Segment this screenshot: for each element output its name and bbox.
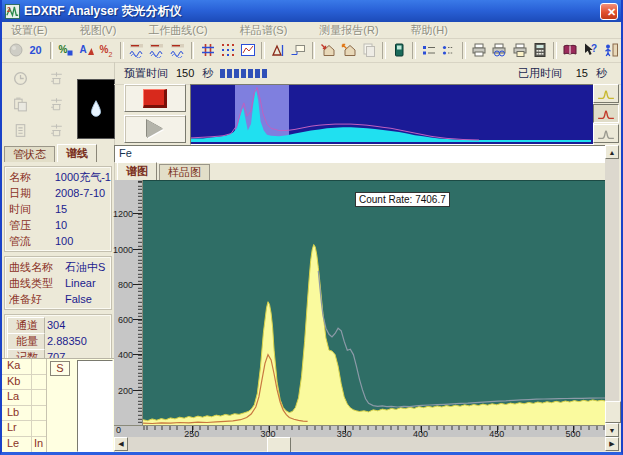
- line-label: La: [2, 390, 32, 405]
- red-peak-icon: [596, 107, 616, 121]
- panel-btn-tube-3[interactable]: [45, 120, 67, 141]
- option-list-button[interactable]: [440, 40, 458, 61]
- line-sub-label: [32, 375, 46, 390]
- help-contents-button[interactable]: [561, 40, 579, 61]
- measure-start-button[interactable]: [7, 40, 25, 61]
- info-row: 管压10: [5, 217, 111, 233]
- scale-auto-button[interactable]: [593, 124, 619, 143]
- horizontal-scrollbar[interactable]: ◀ ▶: [114, 437, 619, 451]
- percent-display-button[interactable]: [57, 40, 75, 61]
- context-help-button[interactable]: [581, 40, 599, 61]
- menu-item-1[interactable]: 设置(E): [2, 23, 57, 38]
- spectrum-new-button[interactable]: [128, 40, 146, 61]
- element-column: S: [47, 359, 77, 453]
- instrument-panel-button[interactable]: [390, 40, 408, 61]
- y-tick: [133, 354, 142, 355]
- plot-area[interactable]: Count Rate: 7406.7: [143, 180, 610, 425]
- scroll-down-button[interactable]: ▼: [605, 423, 619, 437]
- element-listbox[interactable]: [77, 360, 113, 452]
- scroll-left-button[interactable]: ◀: [114, 437, 128, 451]
- toolbar-separator: [382, 42, 386, 59]
- y-tick-label: 200: [118, 386, 133, 396]
- close-button[interactable]: ✕: [600, 3, 618, 20]
- print-icon: [471, 42, 487, 58]
- auto-calibrate-button[interactable]: [78, 40, 96, 61]
- percent-half-button[interactable]: [98, 40, 116, 61]
- info-row: 曲线名称石油中S: [5, 259, 111, 275]
- print-setup-button[interactable]: [511, 40, 529, 61]
- horizontal-scroll-thumb[interactable]: [267, 437, 291, 453]
- transport-row: [114, 84, 621, 145]
- vertical-scroll-thumb[interactable]: [605, 401, 621, 423]
- scroll-right-button[interactable]: ▶: [605, 437, 619, 451]
- info-label: 准备好: [5, 292, 65, 307]
- info-label: 能量: [7, 333, 45, 350]
- element-row[interactable]: LeIn: [2, 437, 46, 453]
- menu-item-6[interactable]: 帮助(H): [402, 23, 457, 38]
- count-rate-label: Count Rate: 7406.7: [355, 192, 450, 207]
- info-value: 100: [55, 235, 73, 247]
- print-preview-button[interactable]: [490, 40, 508, 61]
- chart-window-button[interactable]: [239, 40, 257, 61]
- element-line-field[interactable]: Fe: [114, 145, 614, 163]
- panel-btn-doc[interactable]: [9, 120, 31, 141]
- title-bar[interactable]: EDXRF Analyser 荧光分析仪 ✕: [2, 0, 621, 22]
- info-row: 通道304: [5, 317, 111, 333]
- element-row[interactable]: Kb: [2, 375, 46, 391]
- info-row: 时间15: [5, 201, 111, 217]
- scroll-up-button[interactable]: ▲: [605, 145, 619, 159]
- menu-item-2[interactable]: 视图(V): [71, 23, 126, 38]
- panel-btn-tube-2[interactable]: [45, 94, 67, 115]
- smooth-button[interactable]: [219, 40, 237, 61]
- calculator-button[interactable]: [531, 40, 549, 61]
- tab-sample-chart[interactable]: 样品图: [159, 164, 210, 180]
- menu-item-4[interactable]: 样品谱(S): [231, 23, 297, 38]
- stop-button[interactable]: [124, 84, 186, 112]
- curve-import-button[interactable]: [319, 40, 337, 61]
- menu-item-3[interactable]: 工作曲线(C): [139, 23, 216, 38]
- element-row[interactable]: Ka: [2, 359, 46, 375]
- peak-label-button[interactable]: [289, 40, 307, 61]
- exit-app-button[interactable]: [601, 40, 619, 61]
- vertical-scrollbar[interactable]: ▲ ▼: [605, 145, 619, 437]
- element-row[interactable]: Lb: [2, 406, 46, 422]
- tab-spectral-line[interactable]: 谱线: [57, 144, 97, 162]
- spectrum-new-icon: [129, 42, 145, 58]
- spectrum-save-button[interactable]: [168, 40, 186, 61]
- menu-item-5[interactable]: 测量报告(R): [310, 23, 387, 38]
- panel-btn-tube-1[interactable]: [45, 68, 67, 89]
- tab-spectrum-chart[interactable]: 谱图: [117, 162, 157, 180]
- curve-import-icon: [320, 42, 336, 58]
- panel-btn-copy[interactable]: [9, 94, 31, 115]
- toolbar-separator: [120, 42, 124, 59]
- panel-btn-timer[interactable]: [9, 68, 31, 89]
- info-label: 通道: [7, 317, 45, 334]
- peak-search-button[interactable]: [269, 40, 287, 61]
- sample-spectrum-outline: [143, 245, 610, 421]
- spectrum-overview[interactable]: [190, 84, 594, 145]
- grid-toggle-button[interactable]: [198, 40, 216, 61]
- print-button[interactable]: [470, 40, 488, 61]
- toolbar-separator: [312, 42, 316, 59]
- print-setup-icon: [512, 42, 528, 58]
- param-list-button[interactable]: [420, 40, 438, 61]
- copy-button[interactable]: [360, 40, 378, 61]
- spectrum-delete-button[interactable]: [148, 40, 166, 61]
- info-group-2: 曲线名称石油中S曲线类型Linear准备好False: [4, 256, 112, 310]
- stop-icon: [143, 89, 167, 108]
- preset-time-button[interactable]: [27, 40, 45, 61]
- measure-status-row: 预置时间 150 秒 已用时间 15 秒: [114, 62, 621, 85]
- peak-search-icon: [270, 42, 286, 58]
- element-row[interactable]: La: [2, 390, 46, 406]
- start-button[interactable]: [124, 115, 186, 143]
- selected-element-cell[interactable]: S: [50, 361, 70, 376]
- context-help-icon: [582, 42, 598, 58]
- chart-tab-strip: 谱图 样品图: [115, 162, 605, 181]
- scale-log-button[interactable]: [593, 104, 619, 123]
- element-row[interactable]: Lr: [2, 421, 46, 437]
- toolbar-separator: [462, 42, 466, 59]
- tab-tube-status[interactable]: 管状态: [4, 146, 55, 162]
- curve-export-button[interactable]: [340, 40, 358, 61]
- info-value: 10: [55, 219, 67, 231]
- scale-linear-button[interactable]: [593, 84, 619, 103]
